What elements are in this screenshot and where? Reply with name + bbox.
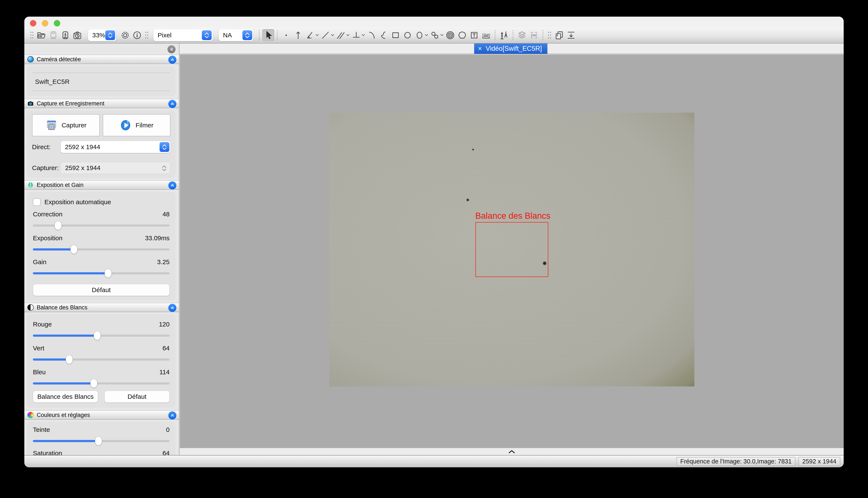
correction-slider[interactable] xyxy=(33,221,169,230)
layers-icon[interactable] xyxy=(516,29,528,41)
gear-icon[interactable] xyxy=(119,29,131,41)
save-icon[interactable] xyxy=(48,29,59,41)
concentric-circles-icon[interactable] xyxy=(444,29,456,41)
panel-white-balance: Balance des Blancs Rouge 120 xyxy=(24,303,179,408)
bottom-panel-strip[interactable] xyxy=(180,448,844,455)
exposure-gain-icon xyxy=(27,182,34,188)
collapse-panel-icon[interactable] xyxy=(168,181,176,189)
svg-text:CSV: CSV xyxy=(531,34,537,37)
collapse-panel-icon[interactable] xyxy=(168,304,176,312)
panel-capture-header[interactable]: Capture et Enregistrement xyxy=(24,99,179,108)
toolbar-grip xyxy=(548,31,551,39)
hue-slider[interactable] xyxy=(33,437,169,445)
slider-thumb[interactable] xyxy=(71,245,77,254)
white-balance-default-button[interactable]: Défaut xyxy=(104,391,169,403)
unit-select[interactable]: Pixel xyxy=(153,29,213,41)
panel-color-header[interactable]: Couleurs et réglages xyxy=(24,410,179,420)
polygon-icon[interactable] xyxy=(456,29,468,41)
tab-close-icon[interactable]: × xyxy=(478,45,482,52)
stepper-icon[interactable] xyxy=(242,30,252,40)
parallel-lines-icon[interactable] xyxy=(335,29,347,41)
slider-label: Bleu xyxy=(33,368,46,376)
slider-thumb[interactable] xyxy=(95,437,102,445)
stepper-icon[interactable] xyxy=(105,30,115,40)
rectangle-icon[interactable] xyxy=(390,29,401,41)
panel-capture: Capture et Enregistrement Capturer Filme… xyxy=(24,99,179,178)
panel-color: Couleurs et réglages Teinte 0 xyxy=(24,410,179,455)
slider-thumb[interactable] xyxy=(55,221,62,230)
ellipse-icon[interactable] xyxy=(413,29,425,41)
panel-camera-body: Swift_EC5R xyxy=(27,66,176,96)
na-select[interactable]: NA xyxy=(219,29,253,41)
slider-thumb[interactable] xyxy=(105,269,112,278)
tab-video[interactable]: × Vidéo[Swift_EC5R] xyxy=(474,43,547,54)
exposure-slider[interactable] xyxy=(33,245,169,254)
stepper-icon[interactable] xyxy=(159,163,169,173)
zoom-select[interactable]: 33% xyxy=(88,29,116,41)
linked-circles-icon[interactable] xyxy=(429,29,441,41)
collapse-panel-icon[interactable] xyxy=(168,56,176,64)
snap-resolution-select[interactable]: 2592 x 1944 xyxy=(61,162,170,174)
stepper-icon[interactable] xyxy=(202,30,212,40)
live-resolution-label: Direct: xyxy=(32,143,61,150)
toolbar-separator xyxy=(513,30,513,40)
close-window-button[interactable] xyxy=(30,20,36,26)
live-resolution-select[interactable]: 2592 x 1944 xyxy=(61,141,170,153)
capture-button[interactable]: Capturer xyxy=(32,114,100,136)
slider-thumb[interactable] xyxy=(90,379,97,388)
capture-button-label: Capturer xyxy=(62,122,87,129)
slider-value: 64 xyxy=(163,449,169,455)
panel-camera-header[interactable]: Caméra détectée xyxy=(24,55,179,64)
gain-slider[interactable] xyxy=(33,269,169,278)
caliper-icon[interactable] xyxy=(498,29,510,41)
arrow-up-icon[interactable] xyxy=(292,29,304,41)
line-icon[interactable] xyxy=(320,29,331,41)
curve-icon[interactable] xyxy=(378,29,390,41)
slider-value: 64 xyxy=(163,344,169,352)
collapse-panel-icon[interactable] xyxy=(168,411,176,419)
tab-label: Vidéo[Swift_EC5R] xyxy=(486,45,542,52)
camera-device-item[interactable]: Swift_EC5R xyxy=(33,73,170,91)
exposure-default-button[interactable]: Défaut xyxy=(33,284,169,296)
csv-export-icon[interactable]: CSV xyxy=(528,29,540,41)
perpendicular-icon[interactable] xyxy=(350,29,362,41)
circle-icon[interactable] xyxy=(401,29,413,41)
slider-thumb[interactable] xyxy=(94,331,101,340)
slider-value: 0 xyxy=(166,426,169,433)
titlebar[interactable] xyxy=(24,17,844,27)
red-slider[interactable] xyxy=(33,331,169,340)
sidebar[interactable]: Caméra détectée Swift_EC5R Capture et En… xyxy=(24,43,179,455)
copy-icon[interactable] xyxy=(553,29,565,41)
text-box-icon[interactable] xyxy=(468,29,480,41)
collapse-panel-icon[interactable] xyxy=(168,100,176,108)
arc-icon[interactable] xyxy=(366,29,378,41)
open-folder-icon[interactable] xyxy=(36,29,48,41)
record-button[interactable]: Filmer xyxy=(103,114,170,136)
panel-white-balance-header[interactable]: Balance des Blancs xyxy=(24,303,179,312)
auto-exposure-checkbox[interactable] xyxy=(33,198,41,206)
chevron-up-icon[interactable] xyxy=(508,449,516,454)
cursor-icon[interactable] xyxy=(262,29,274,41)
live-video-frame[interactable]: Balance des Blancs xyxy=(329,113,694,386)
panel-exposure-header[interactable]: Exposition et Gain xyxy=(24,180,179,190)
green-slider[interactable] xyxy=(33,355,169,364)
slider-thumb[interactable] xyxy=(66,355,73,364)
collapse-sidebar-button[interactable] xyxy=(167,45,176,53)
slider-value: 114 xyxy=(159,368,169,376)
traffic-lights xyxy=(30,20,60,26)
blue-slider[interactable] xyxy=(33,379,169,388)
zoom-window-button[interactable] xyxy=(54,20,60,26)
export-bottom-icon[interactable] xyxy=(565,29,577,41)
minimize-window-button[interactable] xyxy=(42,20,48,26)
angle-icon[interactable] xyxy=(304,29,316,41)
point-icon[interactable] xyxy=(280,29,292,41)
stepper-icon[interactable] xyxy=(159,142,169,152)
camera-timer-icon[interactable] xyxy=(71,29,83,41)
white-balance-button[interactable]: Balance des Blancs xyxy=(33,391,98,403)
scale-bar-icon[interactable]: 10um xyxy=(480,29,492,41)
capture-snapshot-icon xyxy=(45,119,57,131)
save-burst-icon[interactable] xyxy=(59,29,71,41)
sidebar-top-strip xyxy=(24,43,179,55)
white-balance-roi[interactable] xyxy=(475,222,548,277)
info-icon[interactable] xyxy=(131,29,143,41)
